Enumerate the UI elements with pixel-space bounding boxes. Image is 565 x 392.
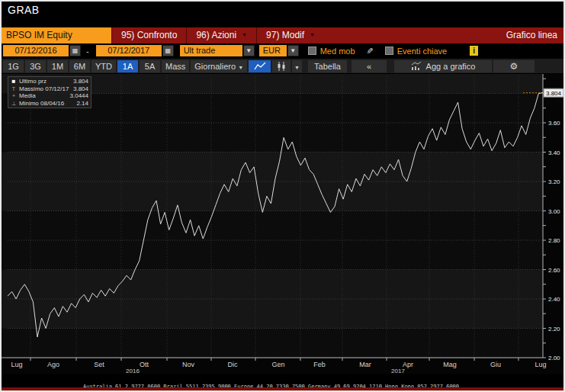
agg-a-grafico-button[interactable]: Agg a grafico	[394, 60, 492, 72]
period-button-1m[interactable]: 1M	[47, 60, 68, 72]
eventi-chiave-label: Eventi chiave	[397, 47, 447, 56]
svg-text:2.80: 2.80	[548, 237, 560, 244]
chevron-down-icon[interactable]: ▼	[287, 45, 299, 56]
legend-item: TMassimo 07/12/173.804	[11, 85, 88, 93]
menu-spacer	[324, 27, 500, 43]
menu-bar: BPSO IM Equity 95) Confronto96) Azioni▼9…	[2, 27, 563, 43]
chart-region: 2.002.202.402.602.803.003.203.403.60LugA…	[2, 74, 563, 374]
svg-text:2016: 2016	[126, 368, 140, 374]
legend-marker-icon: +	[11, 92, 17, 100]
chevron-down-icon: ▼	[238, 65, 243, 70]
info-icon[interactable]: i	[470, 46, 478, 56]
period-button-1a[interactable]: 1A	[117, 60, 138, 72]
period-button-5a[interactable]: 5A	[140, 60, 160, 72]
svg-text:3.00: 3.00	[548, 208, 560, 215]
svg-text:3.60: 3.60	[548, 120, 560, 127]
window-title: GRAB	[2, 2, 40, 16]
period-button-1g[interactable]: 1G	[3, 60, 24, 72]
svg-text:2.60: 2.60	[548, 267, 560, 274]
svg-text:3.40: 3.40	[548, 149, 560, 156]
legend-value: 2.14	[76, 100, 88, 108]
date-range-separator: -	[86, 47, 89, 56]
period-button-3g[interactable]: 3G	[25, 60, 46, 72]
menu-item-azioni[interactable]: 96) Azioni▼	[186, 27, 256, 43]
collapse-panel-button[interactable]: «	[352, 60, 387, 72]
svg-text:2.20: 2.20	[548, 326, 560, 333]
title-bar: GRAB	[2, 2, 563, 27]
legend-marker-icon: ⊥	[11, 100, 17, 108]
price-type-select[interactable]: Ult trade	[180, 45, 242, 56]
period-button-ytd[interactable]: YTD	[91, 60, 116, 72]
legend-label: Massimo 07/12/17	[19, 85, 69, 93]
tabella-button[interactable]: Tabella	[308, 60, 347, 72]
svg-text:Set: Set	[94, 361, 104, 368]
security-ticker-field[interactable]: BPSO IM Equity	[2, 27, 111, 43]
legend-label: Media	[19, 92, 36, 100]
svg-text:3.20: 3.20	[548, 178, 560, 185]
chart-toolbar: 1G3G1M6MYTD1A5A Mass Giornaliero ▼ ▼ Tab…	[2, 58, 563, 74]
line-chart-type-button[interactable]	[249, 60, 271, 72]
bloomberg-terminal-window: GRAB BPSO IM Equity 95) Confronto96) Azi…	[0, 0, 565, 392]
eventi-chiave-checkbox[interactable]	[385, 47, 393, 55]
svg-text:Ott: Ott	[140, 361, 149, 368]
svg-text:Lug: Lug	[535, 361, 546, 368]
svg-text:Ago: Ago	[47, 361, 59, 368]
menu-item-confronto[interactable]: 95) Confronto	[111, 27, 186, 43]
chart-legend[interactable]: ■Ultimo prz3.804TMassimo 07/12/173.804+M…	[8, 76, 91, 108]
legend-value: 3.804	[73, 85, 88, 93]
svg-text:Feb: Feb	[313, 361, 326, 368]
date-to-input[interactable]: 07/12/2017	[96, 45, 162, 56]
candlestick-chart-type-button[interactable]	[272, 60, 291, 72]
chart-style-dropdown-button[interactable]: ▼	[292, 60, 302, 72]
svg-text:2.40: 2.40	[548, 296, 560, 303]
legend-label: Ultimo prz	[19, 78, 47, 85]
settings-button[interactable]: ⚙	[493, 60, 535, 72]
mini-chart-icon	[411, 62, 422, 70]
legend-label: Minimo 08/04/16	[19, 100, 64, 108]
calendar-icon[interactable]: ▦	[162, 45, 174, 56]
legend-item: ■Ultimo prz3.804	[11, 78, 88, 85]
chevron-down-icon: ▼	[242, 30, 247, 37]
annotate-pencil-icon[interactable]: ✎	[364, 47, 374, 54]
legend-item: ⊥Minimo 08/04/162.14	[11, 100, 88, 108]
agg-a-grafico-label: Agg a grafico	[426, 60, 476, 72]
candlestick-icon	[277, 62, 286, 71]
mass-button[interactable]: Mass	[162, 60, 189, 72]
bottom-red-strip	[2, 387, 563, 390]
legend-value: 3.804	[73, 78, 88, 85]
menu-items: 95) Confronto96) Azioni▼97) Modif▼	[111, 27, 324, 43]
frequency-label: Giornaliero	[194, 62, 236, 71]
period-button-6m[interactable]: 6M	[69, 60, 90, 72]
controls-row: 07/12/2016 ▦ - 07/12/2017 ▦ Ult trade ▼ …	[2, 43, 563, 58]
chevron-down-icon: ▼	[310, 30, 315, 37]
chevron-down-icon[interactable]: ▼	[243, 45, 255, 56]
currency-select[interactable]: EUR	[259, 45, 287, 56]
menu-item-modif[interactable]: 97) Modif▼	[256, 27, 324, 43]
date-from-input[interactable]: 07/12/2016	[3, 45, 69, 56]
gear-icon: ⚙	[510, 61, 518, 72]
price-line-chart: 2.002.202.402.602.803.003.203.403.60LugA…	[2, 74, 563, 374]
calendar-icon[interactable]: ▦	[69, 45, 81, 56]
chart-type-label: Grafico linea	[500, 27, 563, 43]
svg-text:Mag: Mag	[443, 361, 457, 368]
period-buttons: 1G3G1M6MYTD1A5A	[3, 60, 160, 72]
last-price-badge: 3.804	[544, 88, 563, 97]
med-mob-checkbox[interactable]	[308, 47, 316, 55]
legend-item: +Media3.0444	[11, 92, 88, 100]
svg-text:Lug: Lug	[11, 361, 22, 368]
svg-text:2.00: 2.00	[548, 355, 560, 361]
svg-text:3.804: 3.804	[546, 90, 562, 97]
legend-marker-icon: ■	[11, 78, 17, 85]
med-mob-label: Med mob	[320, 47, 355, 56]
svg-text:Giu: Giu	[490, 361, 501, 368]
legend-value: 3.0444	[70, 92, 88, 100]
svg-text:2017: 2017	[391, 368, 405, 374]
svg-text:Dic: Dic	[228, 361, 238, 368]
svg-text:Gen: Gen	[271, 361, 284, 368]
svg-text:Mar: Mar	[359, 361, 371, 368]
line-chart-icon	[254, 62, 266, 71]
svg-text:Nov: Nov	[182, 361, 195, 368]
legend-marker-icon: T	[11, 85, 17, 93]
frequency-select[interactable]: Giornaliero ▼	[191, 60, 247, 72]
